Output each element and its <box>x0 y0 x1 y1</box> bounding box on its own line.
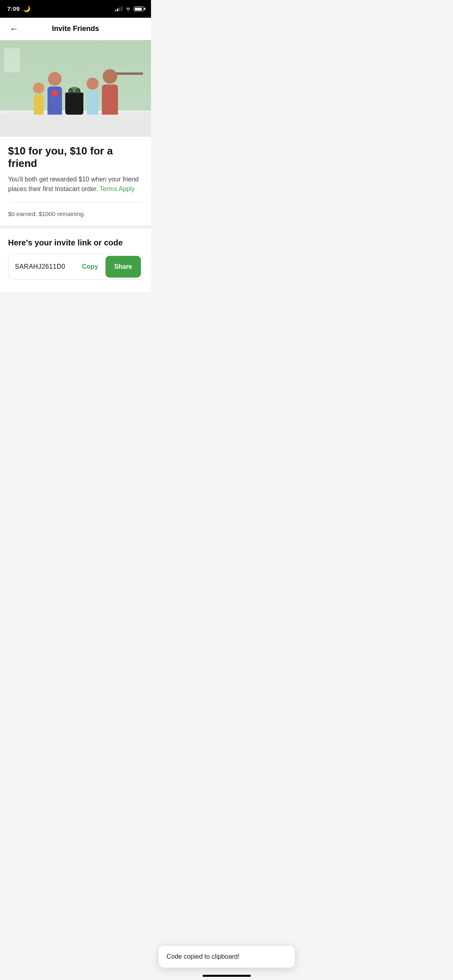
section-divider <box>0 225 151 229</box>
promo-section: $10 for you, $10 for a friend You'll bot… <box>0 137 151 194</box>
person-man <box>102 69 118 115</box>
signal-icon <box>115 6 122 11</box>
terms-link[interactable]: Terms Apply <box>99 185 134 192</box>
status-icons <box>115 6 144 11</box>
person-woman <box>48 72 62 115</box>
share-button[interactable]: Share <box>105 256 141 278</box>
grocery-bag <box>65 93 83 115</box>
invite-section-title: Here's your invite link or code <box>8 238 143 247</box>
page-header: ← Invite Friends <box>0 18 151 40</box>
status-bar: 7:09 🌙 <box>0 0 151 18</box>
promo-description: You'll both get rewarded $10 when your f… <box>8 175 143 194</box>
moon-icon: 🌙 <box>23 5 31 12</box>
earnings-text: $0 earned. $1000 remaining. <box>0 210 151 225</box>
person-child2 <box>87 78 99 115</box>
invite-code-row: SARAHJ2611D0 Copy Share <box>8 254 143 280</box>
invite-code: SARAHJ2611D0 <box>8 256 77 278</box>
promo-title: $10 for you, $10 for a friend <box>8 145 143 170</box>
status-time: 7:09 🌙 <box>7 5 31 12</box>
wifi-icon <box>125 6 131 11</box>
main-content: $10 for you, $10 for a friend You'll bot… <box>0 40 151 292</box>
page-title: Invite Friends <box>52 25 99 33</box>
battery-icon <box>134 6 144 11</box>
divider1 <box>8 202 143 202</box>
hero-image <box>0 40 151 137</box>
back-button[interactable]: ← <box>6 21 22 37</box>
window-decoration <box>4 48 20 72</box>
counter <box>0 113 151 137</box>
person-child1 <box>33 82 44 115</box>
copy-button[interactable]: Copy <box>77 256 104 278</box>
family-illustration <box>0 69 151 115</box>
invite-section: Here's your invite link or code SARAHJ26… <box>0 229 151 292</box>
